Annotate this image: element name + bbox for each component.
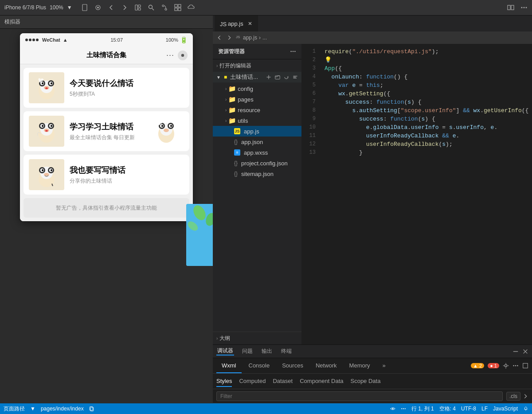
- language[interactable]: JavaScript: [493, 406, 518, 412]
- nav-right[interactable]: ··· ⏺: [166, 51, 188, 60]
- styles-tab-computed[interactable]: Computed: [239, 376, 266, 387]
- card-2-title: 学习学习土味情话: [70, 121, 149, 132]
- new-file-icon[interactable]: [266, 74, 271, 80]
- settings-icon[interactable]: [503, 363, 509, 369]
- svg-point-25: [42, 82, 43, 85]
- nav-more-icon[interactable]: ···: [166, 51, 174, 60]
- search-icon[interactable]: [148, 4, 155, 11]
- phone-icon[interactable]: [81, 4, 88, 11]
- line-ending[interactable]: LF: [481, 406, 488, 412]
- zoom-label: 100%: [50, 4, 63, 11]
- ellipsis-icon[interactable]: [520, 4, 528, 11]
- minimize-icon[interactable]: [512, 348, 519, 355]
- styles-tab-scope-data[interactable]: Scope Data: [350, 376, 380, 387]
- file-tree-header: 资源管理器: [213, 44, 301, 59]
- debug-tab-issues[interactable]: 问题: [241, 348, 254, 355]
- tree-item-appjs[interactable]: JS app.js: [213, 126, 301, 137]
- cls-button[interactable]: .cls: [506, 392, 520, 401]
- line-col[interactable]: 行 1, 列 1: [411, 405, 434, 413]
- styles-tab-styles[interactable]: Styles: [216, 376, 232, 387]
- tree-item-resource[interactable]: › 📁 resource: [213, 105, 301, 115]
- collapse-icon[interactable]: [293, 74, 298, 80]
- add-style-icon[interactable]: [522, 393, 528, 399]
- more-debug-icon[interactable]: [512, 363, 519, 369]
- columns-icon[interactable]: [507, 4, 514, 11]
- path-label[interactable]: 页面路径: [4, 405, 25, 413]
- dev-tab-sources[interactable]: Sources: [277, 358, 309, 373]
- forward-icon[interactable]: [121, 4, 128, 11]
- card-1-image: [29, 72, 64, 103]
- open-editors-header[interactable]: › 打开的编辑器: [213, 59, 301, 72]
- svg-rect-4: [138, 5, 141, 7]
- dev-tab-network[interactable]: Network: [310, 358, 342, 373]
- project-root-item[interactable]: ▼ ■ 土味情话...: [213, 72, 301, 82]
- line-3: App({: [325, 64, 527, 73]
- path-separator: ▼: [30, 406, 35, 412]
- dev-tab-console[interactable]: Console: [243, 358, 275, 373]
- right-panel: JS app.js JS app.js › ... 资源管理器: [213, 16, 532, 403]
- debug-tab-terminal[interactable]: 终端: [280, 348, 293, 355]
- code-content: require("./utils/requestApi.js"); 💡 App(…: [319, 44, 532, 344]
- card-3-title: 我也要写写情话: [70, 165, 184, 176]
- close-debug-icon[interactable]: [522, 348, 528, 355]
- utils-arrow: ›: [225, 118, 227, 123]
- dev-tab-wxml[interactable]: Wxml: [216, 358, 242, 373]
- card-2-image-left: [29, 116, 64, 147]
- tree-item-appwxss[interactable]: ≡ app.wxss: [213, 147, 301, 158]
- svg-point-48: [161, 125, 163, 127]
- tree-item-utils[interactable]: › 📁 utils: [213, 115, 301, 126]
- card-1[interactable]: 今天要说什么情话 5秒摆到TA: [23, 68, 189, 108]
- svg-point-17: [524, 7, 525, 8]
- card-2[interactable]: 学习学习土味情话 最全土味情话合集 每日更新: [23, 111, 189, 151]
- page-path[interactable]: pages/index/index: [41, 406, 84, 412]
- dev-tab-memory[interactable]: Memory: [344, 358, 376, 373]
- filter-input[interactable]: [216, 391, 503, 401]
- dev-tab-wxml-label: Wxml: [222, 362, 236, 369]
- svg-point-39: [51, 125, 52, 127]
- card-3-subtitle: 分享你的土味情话: [70, 177, 184, 185]
- encoding[interactable]: UTF-8: [461, 406, 476, 412]
- cloud-icon[interactable]: [188, 4, 195, 11]
- main-layout: 模拟器 WeChat ▲ 15:07 100% 🔋: [0, 16, 532, 403]
- forward-nav-icon[interactable]: [226, 35, 232, 41]
- outline-header[interactable]: › 大纲: [213, 332, 301, 344]
- outline-arrow: ›: [216, 336, 218, 341]
- tree-item-sitemap[interactable]: {} sitemap.json: [213, 168, 301, 179]
- styles-tab-dataset[interactable]: Dataset: [273, 376, 293, 387]
- tree-item-config[interactable]: › 📁 config: [213, 83, 301, 94]
- new-folder-icon[interactable]: [275, 74, 280, 80]
- svg-point-52: [158, 122, 160, 125]
- copy-path-icon[interactable]: [89, 406, 94, 411]
- dev-tab-more[interactable]: »: [377, 358, 391, 373]
- editor-top-row: JS app.js › ...: [213, 31, 532, 44]
- top-bar: iPhone 6/7/8 Plus 100% ▼: [0, 0, 532, 16]
- tree-item-projectconfig[interactable]: {} project.config.json: [213, 158, 301, 168]
- editor-tab-appjs[interactable]: JS app.js: [215, 16, 258, 31]
- svg-point-91: [515, 365, 516, 367]
- debug-tab-debugger[interactable]: 调试器: [216, 347, 234, 355]
- debug-tab-output[interactable]: 输出: [261, 348, 273, 355]
- tree-item-pages[interactable]: › 📁 pages: [213, 94, 301, 105]
- zoom-dropdown[interactable]: ▼: [67, 4, 72, 11]
- grid-icon[interactable]: [174, 4, 181, 11]
- breadcrumb-file: app.js: [243, 35, 257, 41]
- ellipsis-menu-icon[interactable]: [290, 48, 296, 55]
- bell-icon[interactable]: [523, 406, 528, 411]
- spaces[interactable]: 空格: 4: [439, 405, 456, 413]
- refresh-icon[interactable]: [284, 74, 289, 80]
- git-icon[interactable]: [161, 4, 168, 11]
- expand-debug-icon[interactable]: [522, 363, 528, 369]
- back-nav-icon[interactable]: [216, 35, 223, 41]
- debug-panel-header: 调试器 问题 输出 终端: [213, 345, 532, 358]
- back-icon[interactable]: [108, 4, 115, 11]
- breadcrumb-icon: JS: [236, 35, 241, 40]
- tree-item-appjson[interactable]: {} app.json: [213, 137, 301, 147]
- more-status-icon[interactable]: [401, 406, 406, 411]
- styles-tab-component-data[interactable]: Component Data: [300, 376, 343, 387]
- card-3[interactable]: 我也要写写情话 分享你的土味情话: [23, 155, 189, 195]
- close-icon[interactable]: [248, 21, 252, 26]
- record-icon[interactable]: [94, 4, 102, 11]
- layout-icon[interactable]: [134, 4, 141, 11]
- nav-record-icon[interactable]: ⏺: [178, 51, 188, 60]
- eye-icon[interactable]: [390, 406, 395, 411]
